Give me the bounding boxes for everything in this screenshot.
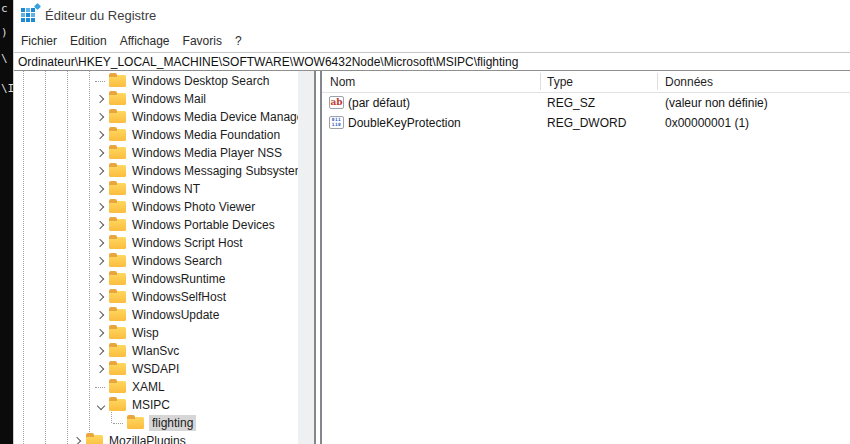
chevron-right-icon[interactable] xyxy=(95,108,107,126)
tree-item[interactable]: WindowsSelfHost xyxy=(14,288,314,306)
title-bar[interactable]: Éditeur du Registre xyxy=(14,0,850,30)
chevron-right-icon[interactable] xyxy=(95,198,107,216)
chevron-right-icon[interactable] xyxy=(95,216,107,234)
tree-item[interactable]: flighting xyxy=(14,414,314,432)
tree-item[interactable]: Windows Media Device Manager xyxy=(14,108,314,126)
dword-value-icon: 011110 xyxy=(329,116,344,129)
tree-connector xyxy=(95,72,107,90)
tree-item[interactable]: Windows Desktop Search xyxy=(14,72,314,90)
column-header-nom[interactable]: Nom xyxy=(330,75,355,89)
tree-item[interactable]: Windows Messaging Subsystem xyxy=(14,162,314,180)
folder-icon xyxy=(109,129,126,141)
tree-item-label: Windows Media Player NSS xyxy=(132,145,282,161)
tree-item-label: WindowsRuntime xyxy=(132,271,225,287)
chevron-down-icon[interactable] xyxy=(95,396,107,414)
column-separator[interactable] xyxy=(657,73,658,90)
tree-item[interactable]: MozillaPlugins xyxy=(14,432,314,444)
tree-connector xyxy=(95,378,107,396)
tree-item-label: Windows Portable Devices xyxy=(132,217,275,233)
tree-item[interactable]: XAML xyxy=(14,378,314,396)
chevron-right-icon[interactable] xyxy=(95,270,107,288)
value-row[interactable]: ab(par défaut)REG_SZ(valeur non définie) xyxy=(322,93,850,113)
chevron-right-icon[interactable] xyxy=(95,342,107,360)
values-header-row: Nom Type Données xyxy=(322,71,850,93)
chevron-right-icon[interactable] xyxy=(95,252,107,270)
tree-item[interactable]: Wisp xyxy=(14,324,314,342)
tree-item[interactable]: Windows Media Foundation xyxy=(14,126,314,144)
tree-item[interactable]: Windows Portable Devices xyxy=(14,216,314,234)
tree-item-label: WlanSvc xyxy=(132,343,179,359)
menu-edition[interactable]: Edition xyxy=(70,32,107,50)
address-bar[interactable]: Ordinateur\HKEY_LOCAL_MACHINE\SOFTWARE\W… xyxy=(14,52,850,71)
chevron-right-icon[interactable] xyxy=(95,306,107,324)
value-name: DoubleKeyProtection xyxy=(348,116,461,130)
tree-item[interactable]: WindowsRuntime xyxy=(14,270,314,288)
background-text-fragment: c xyxy=(1,3,8,14)
menu-aide[interactable]: ? xyxy=(235,32,242,50)
folder-icon xyxy=(109,273,126,285)
chevron-right-icon[interactable] xyxy=(72,432,84,444)
menu-bar: Fichier Edition Affichage Favoris ? xyxy=(14,30,850,52)
chevron-right-icon[interactable] xyxy=(95,324,107,342)
tree-item[interactable]: WlanSvc xyxy=(14,342,314,360)
tree-item-label: Windows Messaging Subsystem xyxy=(132,163,305,179)
value-row[interactable]: 011110DoubleKeyProtectionREG_DWORD0x0000… xyxy=(322,113,850,133)
folder-icon xyxy=(109,111,126,123)
chevron-right-icon[interactable] xyxy=(95,126,107,144)
column-header-donnees[interactable]: Données xyxy=(665,75,713,89)
values-panel: Nom Type Données ab(par défaut)REG_SZ(va… xyxy=(320,71,850,444)
registry-app-icon[interactable] xyxy=(21,7,37,23)
tree-item[interactable]: Windows Media Player NSS xyxy=(14,144,314,162)
background-text-fragment: ) xyxy=(1,27,8,38)
folder-icon xyxy=(109,381,126,393)
folder-icon xyxy=(109,237,126,249)
folder-icon xyxy=(109,399,126,411)
tree-item-label: Wisp xyxy=(132,325,159,341)
registry-editor-window: Éditeur du Registre Fichier Edition Affi… xyxy=(13,0,850,444)
chevron-right-icon[interactable] xyxy=(95,180,107,198)
folder-icon xyxy=(109,309,126,321)
tree-item-label: Windows NT xyxy=(132,181,200,197)
chevron-right-icon[interactable] xyxy=(95,234,107,252)
menu-affichage[interactable]: Affichage xyxy=(120,32,170,50)
tree-item[interactable]: WindowsUpdate xyxy=(14,306,314,324)
tree-item[interactable]: Windows Search xyxy=(14,252,314,270)
tree-item[interactable]: Windows Script Host xyxy=(14,234,314,252)
window-title: Éditeur du Registre xyxy=(45,8,156,23)
value-data: 0x00000001 (1) xyxy=(665,116,749,130)
tree-item-label: MozillaPlugins xyxy=(109,433,186,444)
background-text-fragment: \I xyxy=(1,83,14,94)
column-header-type[interactable]: Type xyxy=(547,75,573,89)
tree-item-label: WindowsSelfHost xyxy=(132,289,226,305)
tree-item-label: Windows Search xyxy=(132,253,222,269)
tree-item[interactable]: WSDAPI xyxy=(14,360,314,378)
chevron-right-icon[interactable] xyxy=(95,288,107,306)
chevron-right-icon[interactable] xyxy=(95,162,107,180)
value-type: REG_DWORD xyxy=(547,116,626,130)
tree-item-label: WSDAPI xyxy=(132,361,179,377)
values-rows: ab(par défaut)REG_SZ(valeur non définie)… xyxy=(322,93,850,133)
folder-icon xyxy=(109,327,126,339)
column-separator[interactable] xyxy=(540,73,541,90)
tree-item[interactable]: MSIPC xyxy=(14,396,314,414)
folder-icon xyxy=(109,219,126,231)
tree-connector xyxy=(113,414,125,432)
background-window-strip: c ) \ \I xyxy=(0,0,13,444)
chevron-right-icon[interactable] xyxy=(95,90,107,108)
tree-panel: Windows Desktop SearchWindows MailWindow… xyxy=(14,71,316,444)
menu-fichier[interactable]: Fichier xyxy=(21,32,57,50)
menu-favoris[interactable]: Favoris xyxy=(183,32,222,50)
chevron-right-icon[interactable] xyxy=(95,144,107,162)
folder-icon xyxy=(109,183,126,195)
tree-item[interactable]: Windows NT xyxy=(14,180,314,198)
tree-item-label: WindowsUpdate xyxy=(132,307,219,323)
chevron-right-icon[interactable] xyxy=(95,360,107,378)
folder-icon xyxy=(109,93,126,105)
tree-item[interactable]: Windows Mail xyxy=(14,90,314,108)
tree-scrollbar-track[interactable] xyxy=(298,71,314,444)
tree-item[interactable]: Windows Photo Viewer xyxy=(14,198,314,216)
tree-item-label: Windows Desktop Search xyxy=(132,73,269,89)
folder-icon xyxy=(109,345,126,357)
folder-icon xyxy=(109,201,126,213)
value-type: REG_SZ xyxy=(547,96,595,110)
